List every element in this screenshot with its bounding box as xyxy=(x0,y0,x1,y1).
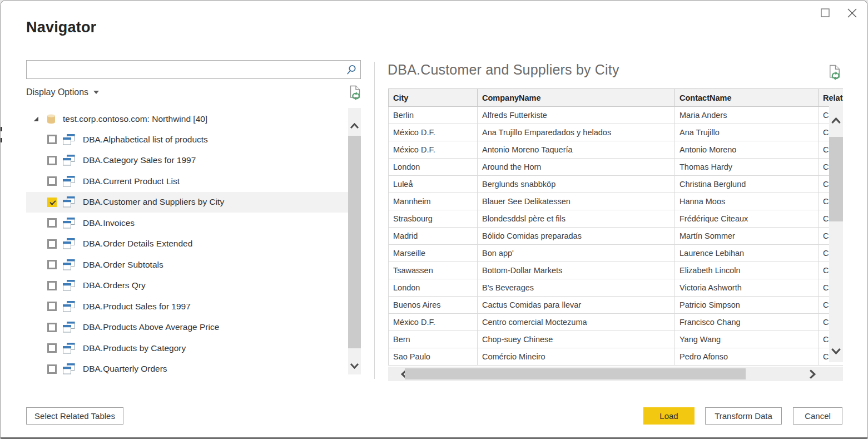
tree-item[interactable]: DBA.Products by Category xyxy=(26,338,348,359)
column-header[interactable]: City xyxy=(389,89,478,107)
close-button[interactable] xyxy=(846,7,857,18)
table-row: BernChop-suey ChineseYang WangCu xyxy=(389,331,844,348)
table-row: LondonB's BeveragesVictoria AshworthCu xyxy=(389,279,844,297)
table-cell: Around the Horn xyxy=(478,159,675,176)
table-cell: Berlin xyxy=(389,107,478,124)
cancel-button[interactable]: Cancel xyxy=(793,407,842,425)
scroll-thumb[interactable] xyxy=(405,368,746,379)
table-cell: Thomas Hardy xyxy=(675,159,819,176)
item-checkbox[interactable] xyxy=(47,364,57,374)
table-cell: Antonio Moreno xyxy=(675,141,819,159)
scroll-down-button[interactable] xyxy=(348,363,361,369)
close-icon xyxy=(847,8,857,18)
tree-item-label: DBA.Current Product List xyxy=(81,176,180,186)
maximize-button[interactable] xyxy=(820,7,831,18)
display-options-dropdown[interactable]: Display Options xyxy=(26,87,99,97)
item-checkbox[interactable] xyxy=(47,198,57,207)
table-cell: Chop-suey Chinese xyxy=(478,331,675,348)
transform-data-button[interactable]: Transform Data xyxy=(705,407,782,425)
background-window-artifact xyxy=(1,138,2,142)
table-row: StrasbourgBlondesddsl père et filsFrédér… xyxy=(389,210,844,228)
preview-header-row: CityCompanyNameContactNameRelati xyxy=(389,89,844,107)
table-view-icon xyxy=(63,176,75,187)
table-cell: Cactus Comidas para llevar xyxy=(478,297,675,314)
scroll-thumb[interactable] xyxy=(829,137,843,221)
table-view-icon xyxy=(63,238,75,249)
table-cell: Marseille xyxy=(389,245,478,262)
tree-item[interactable]: DBA.Category Sales for 1997 xyxy=(26,150,348,171)
item-checkbox[interactable] xyxy=(47,260,57,269)
tree-item[interactable]: DBA.Alphabetical list of products xyxy=(26,129,348,150)
scroll-up-button[interactable] xyxy=(829,117,843,124)
table-cell: Bottom-Dollar Markets xyxy=(478,262,675,279)
chevron-down-icon xyxy=(93,91,99,94)
tree-item[interactable]: DBA.Invoices xyxy=(26,213,348,234)
preview-horizontal-scrollbar[interactable] xyxy=(388,367,843,381)
table-cell: Comércio Mineiro xyxy=(478,348,675,366)
item-checkbox[interactable] xyxy=(47,302,57,311)
search-button[interactable] xyxy=(341,61,360,78)
table-cell: Elizabeth Lincoln xyxy=(675,262,819,279)
scroll-thumb[interactable] xyxy=(348,136,361,348)
item-checkbox[interactable] xyxy=(47,343,57,353)
table-row: MarseilleBon app'Laurence LebihanCu xyxy=(389,245,844,262)
tree-item[interactable]: DBA.Product Sales for 1997 xyxy=(26,296,348,317)
refresh-navigator-button[interactable] xyxy=(348,85,362,102)
tree-item[interactable]: DBA.Products Above Average Price xyxy=(26,317,348,338)
expander-expanded-icon xyxy=(33,116,39,122)
table-view-icon xyxy=(63,196,75,208)
refresh-preview-button[interactable] xyxy=(827,65,842,82)
search-input[interactable] xyxy=(27,61,341,78)
left-panel-scrollbar[interactable] xyxy=(348,108,361,374)
item-checkbox[interactable] xyxy=(47,176,57,186)
item-checkbox[interactable] xyxy=(47,156,57,165)
tree-item[interactable]: DBA.Order Details Extended xyxy=(26,234,348,255)
tree-items: DBA.Alphabetical list of products DBA.Ca… xyxy=(26,129,348,379)
preview-table-wrap: CityCompanyNameContactNameRelati BerlinA… xyxy=(388,88,843,367)
table-cell: Pedro Afonso xyxy=(675,348,819,366)
tree-item[interactable]: DBA.Customer and Suppliers by City xyxy=(26,192,348,213)
table-row: BerlinAlfreds FutterkisteMaria AndersCu xyxy=(389,107,844,124)
table-cell: Mannheim xyxy=(389,193,478,210)
table-cell: Ana Trujillo xyxy=(675,124,819,141)
table-cell: Francisco Chang xyxy=(675,314,819,331)
table-row: Sao PauloComércio MineiroPedro AfonsoCu xyxy=(389,348,844,366)
tree-item-label: DBA.Product Sales for 1997 xyxy=(81,302,191,312)
scroll-up-button[interactable] xyxy=(348,123,361,129)
scroll-down-button[interactable] xyxy=(829,348,843,354)
refresh-icon xyxy=(348,85,362,102)
tree-item[interactable]: DBA.Current Product List xyxy=(26,171,348,192)
preview-vertical-scrollbar[interactable] xyxy=(829,106,843,362)
column-header[interactable]: CompanyName xyxy=(478,89,675,107)
tree-item[interactable]: DBA.Order Subtotals xyxy=(26,254,348,275)
tree-item-label: DBA.Orders Qry xyxy=(81,280,146,290)
item-checkbox[interactable] xyxy=(47,218,57,228)
display-options-label: Display Options xyxy=(26,87,88,97)
column-header[interactable]: ContactName xyxy=(675,89,819,107)
item-checkbox[interactable] xyxy=(47,239,57,249)
scroll-right-button[interactable] xyxy=(803,367,822,381)
window-controls xyxy=(820,7,857,18)
item-checkbox[interactable] xyxy=(47,135,57,144)
chevron-up-icon xyxy=(831,117,841,124)
column-header[interactable]: Relati xyxy=(819,89,844,107)
load-button[interactable]: Load xyxy=(643,407,695,425)
tree-item[interactable]: DBA.Orders Qry xyxy=(26,275,348,297)
item-checkbox[interactable] xyxy=(47,281,57,290)
table-view-icon xyxy=(63,155,75,166)
table-row: MannheimBlauer See DelikatessenHanna Moo… xyxy=(389,193,844,210)
table-row: TsawassenBottom-Dollar MarketsElizabeth … xyxy=(389,262,844,279)
tree-root[interactable]: test.corp.contoso.com: Northwind [40] xyxy=(26,111,348,126)
chevron-down-icon xyxy=(350,363,359,369)
table-cell: Strasbourg xyxy=(389,210,478,228)
table-row: México D.F.Ana Trujillo Emparedados y he… xyxy=(389,124,844,141)
tree-item-label: DBA.Order Details Extended xyxy=(81,239,192,249)
select-related-tables-button[interactable]: Select Related Tables xyxy=(26,407,123,425)
table-cell: México D.F. xyxy=(389,124,478,141)
preview-table: CityCompanyNameContactNameRelati BerlinA… xyxy=(388,88,843,366)
table-cell: Luleå xyxy=(389,176,478,193)
table-row: Buenos AiresCactus Comidas para llevarPa… xyxy=(389,297,844,314)
tree-item[interactable]: DBA.Quarterly Orders xyxy=(26,359,348,380)
item-checkbox[interactable] xyxy=(47,323,57,332)
tree-item-label: DBA.Customer and Suppliers by City xyxy=(81,197,224,207)
